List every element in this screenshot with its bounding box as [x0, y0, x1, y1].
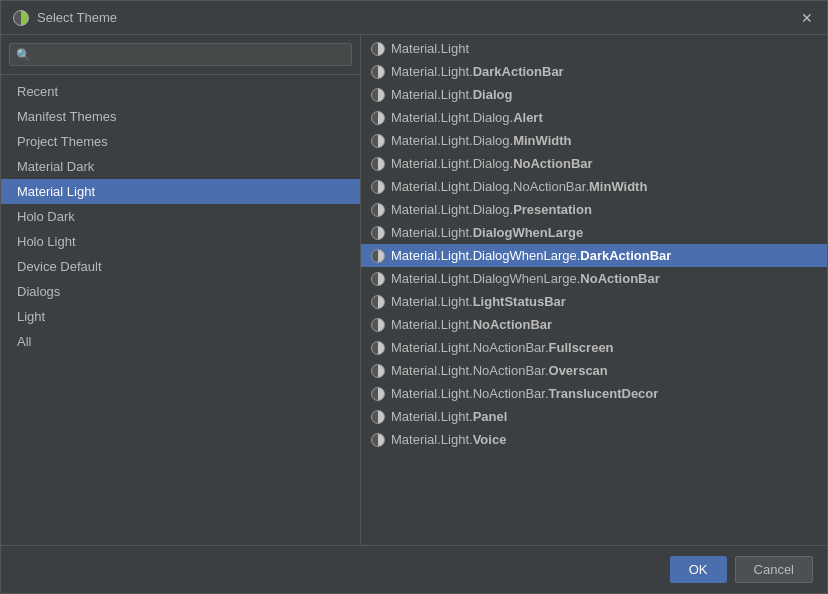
close-button[interactable]: ✕ — [799, 10, 815, 26]
nav-item[interactable]: Dialogs — [1, 279, 360, 304]
nav-item[interactable]: Material Light — [1, 179, 360, 204]
nav-item[interactable]: Project Themes — [1, 129, 360, 154]
theme-list-item[interactable]: Material.Light.NoActionBar.Fullscreen — [361, 336, 827, 359]
nav-item[interactable]: Holo Dark — [1, 204, 360, 229]
theme-list-item[interactable]: Material.Light.Dialog.NoActionBar.MinWid… — [361, 175, 827, 198]
theme-name-label: Material.Light.Panel — [391, 409, 507, 424]
theme-name-label: Material.Light.LightStatusBar — [391, 294, 566, 309]
theme-name-label: Material.Light.NoActionBar.Overscan — [391, 363, 608, 378]
theme-list-item[interactable]: Material.Light.DialogWhenLarge.DarkActio… — [361, 244, 827, 267]
theme-name-label: Material.Light.Dialog — [391, 87, 512, 102]
theme-list-item[interactable]: Material.Light.Voice — [361, 428, 827, 451]
theme-icon — [371, 318, 385, 332]
theme-list-item[interactable]: Material.Light — [361, 37, 827, 60]
theme-list-item[interactable]: Material.Light.DialogWhenLarge.NoActionB… — [361, 267, 827, 290]
theme-icon — [371, 157, 385, 171]
theme-name-label: Material.Light.NoActionBar — [391, 317, 552, 332]
nav-item[interactable]: All — [1, 329, 360, 354]
theme-icon — [371, 364, 385, 378]
theme-icon — [371, 433, 385, 447]
search-input[interactable] — [35, 47, 345, 62]
theme-list-item[interactable]: Material.Light.DialogWhenLarge — [361, 221, 827, 244]
theme-list-item[interactable]: Material.Light.LightStatusBar — [361, 290, 827, 313]
search-icon: 🔍 — [16, 48, 31, 62]
theme-icon — [371, 88, 385, 102]
theme-icon — [371, 134, 385, 148]
theme-list-item[interactable]: Material.Light.Panel — [361, 405, 827, 428]
theme-list: Material.LightMaterial.Light.DarkActionB… — [361, 35, 827, 545]
theme-list-item[interactable]: Material.Light.Dialog — [361, 83, 827, 106]
content-area: 🔍 RecentManifest ThemesProject ThemesMat… — [1, 35, 827, 545]
nav-item[interactable]: Light — [1, 304, 360, 329]
cancel-button[interactable]: Cancel — [735, 556, 813, 583]
theme-icon — [371, 272, 385, 286]
theme-icon — [371, 65, 385, 79]
theme-list-item[interactable]: Material.Light.NoActionBar — [361, 313, 827, 336]
theme-list-item[interactable]: Material.Light.Dialog.Alert — [361, 106, 827, 129]
title-bar: Select Theme ✕ — [1, 1, 827, 35]
ok-button[interactable]: OK — [670, 556, 727, 583]
dialog-title-icon — [13, 10, 29, 26]
theme-name-label: Material.Light.DialogWhenLarge.DarkActio… — [391, 248, 671, 263]
theme-icon — [371, 387, 385, 401]
bottom-bar: OK Cancel — [1, 545, 827, 593]
nav-item[interactable]: Device Default — [1, 254, 360, 279]
title-bar-left: Select Theme — [13, 10, 117, 26]
nav-item[interactable]: Recent — [1, 79, 360, 104]
theme-list-item[interactable]: Material.Light.Dialog.Presentation — [361, 198, 827, 221]
nav-item[interactable]: Manifest Themes — [1, 104, 360, 129]
theme-name-label: Material.Light.NoActionBar.TranslucentDe… — [391, 386, 658, 401]
nav-item[interactable]: Material Dark — [1, 154, 360, 179]
theme-name-label: Material.Light.Dialog.Alert — [391, 110, 543, 125]
theme-name-label: Material.Light.DialogWhenLarge — [391, 225, 583, 240]
nav-list: RecentManifest ThemesProject ThemesMater… — [1, 75, 360, 545]
theme-name-label: Material.Light.DialogWhenLarge.NoActionB… — [391, 271, 660, 286]
theme-list-item[interactable]: Material.Light.NoActionBar.TranslucentDe… — [361, 382, 827, 405]
theme-name-label: Material.Light.Dialog.NoActionBar — [391, 156, 593, 171]
left-panel: 🔍 RecentManifest ThemesProject ThemesMat… — [1, 35, 361, 545]
theme-list-item[interactable]: Material.Light.DarkActionBar — [361, 60, 827, 83]
search-bar: 🔍 — [1, 35, 360, 75]
nav-item[interactable]: Holo Light — [1, 229, 360, 254]
theme-icon — [371, 203, 385, 217]
search-wrapper: 🔍 — [9, 43, 352, 66]
theme-name-label: Material.Light.DarkActionBar — [391, 64, 564, 79]
select-theme-dialog: Select Theme ✕ 🔍 RecentManifest ThemesPr… — [0, 0, 828, 594]
theme-name-label: Material.Light.Dialog.MinWidth — [391, 133, 572, 148]
theme-icon — [371, 180, 385, 194]
theme-icon — [371, 410, 385, 424]
theme-icon — [371, 42, 385, 56]
dialog-title: Select Theme — [37, 10, 117, 25]
right-panel: Material.LightMaterial.Light.DarkActionB… — [361, 35, 827, 545]
theme-icon — [371, 111, 385, 125]
theme-name-label: Material.Light.Dialog.NoActionBar.MinWid… — [391, 179, 647, 194]
theme-list-item[interactable]: Material.Light.Dialog.MinWidth — [361, 129, 827, 152]
theme-name-label: Material.Light.Voice — [391, 432, 506, 447]
theme-list-item[interactable]: Material.Light.Dialog.NoActionBar — [361, 152, 827, 175]
theme-name-label: Material.Light.NoActionBar.Fullscreen — [391, 340, 614, 355]
theme-name-label: Material.Light — [391, 41, 469, 56]
theme-icon — [371, 226, 385, 240]
theme-icon — [371, 341, 385, 355]
theme-name-label: Material.Light.Dialog.Presentation — [391, 202, 592, 217]
theme-icon — [371, 249, 385, 263]
theme-icon — [371, 295, 385, 309]
theme-list-item[interactable]: Material.Light.NoActionBar.Overscan — [361, 359, 827, 382]
